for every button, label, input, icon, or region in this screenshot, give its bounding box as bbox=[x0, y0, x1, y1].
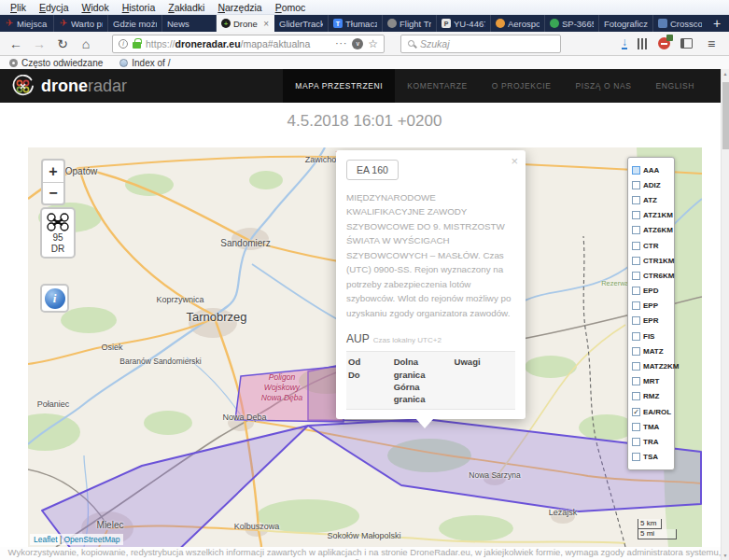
site-info-icon[interactable]: i bbox=[119, 39, 128, 49]
scroll-up-arrow[interactable]: ▲ bbox=[722, 71, 729, 77]
layer-checkbox[interactable] bbox=[632, 301, 640, 310]
layer-item[interactable]: MATZ bbox=[632, 343, 670, 358]
layer-item[interactable]: MRT bbox=[632, 374, 670, 389]
bookmark-frequently-visited[interactable]: Często odwiedzane bbox=[9, 58, 103, 68]
browser-scrollbar[interactable]: ▲ ▼ bbox=[721, 69, 729, 560]
layer-item[interactable]: CTR1KM bbox=[632, 253, 670, 268]
menubar-item[interactable]: Widok bbox=[75, 2, 115, 13]
layer-checkbox[interactable] bbox=[632, 423, 640, 431]
layer-item[interactable]: CTR6KM bbox=[632, 268, 670, 283]
downloads-icon[interactable]: ↓ bbox=[622, 37, 627, 49]
osm-link[interactable]: OpenStreetMap bbox=[63, 535, 119, 544]
tab-close-icon[interactable]: × bbox=[262, 19, 269, 29]
browser-tab[interactable]: PYU-4467 bbox=[437, 15, 491, 32]
scroll-thumb[interactable] bbox=[722, 82, 729, 149]
layer-checkbox[interactable] bbox=[632, 181, 640, 189]
forward-icon[interactable]: → bbox=[31, 37, 48, 50]
browser-tab[interactable]: ✈Miejsca d bbox=[0, 15, 54, 32]
layer-item[interactable]: ADIZ bbox=[632, 177, 670, 192]
layer-checkbox[interactable] bbox=[632, 226, 640, 234]
layer-checkbox[interactable] bbox=[632, 166, 640, 175]
layer-checkbox[interactable] bbox=[632, 392, 640, 400]
menubar-item[interactable]: Pomoc bbox=[269, 2, 313, 13]
map-info-control[interactable]: i bbox=[40, 284, 69, 313]
layer-checkbox[interactable] bbox=[632, 453, 640, 461]
browser-tab[interactable]: ✈Warto pr bbox=[54, 15, 108, 32]
layer-item[interactable]: TSA bbox=[632, 450, 670, 465]
layer-checkbox[interactable] bbox=[632, 377, 640, 385]
library-icon[interactable] bbox=[638, 38, 648, 49]
browser-tab[interactable]: +Drone× bbox=[217, 15, 274, 32]
layer-checkbox[interactable] bbox=[632, 242, 640, 250]
url-text[interactable]: https://droneradar.eu/mapa#aktualna bbox=[146, 38, 330, 49]
layer-item[interactable]: RMZ bbox=[632, 389, 670, 404]
layer-checkbox[interactable] bbox=[632, 316, 640, 325]
layer-checkbox[interactable] bbox=[632, 211, 640, 219]
layer-checkbox[interactable] bbox=[632, 347, 640, 356]
layer-item[interactable]: ATZ6KM bbox=[632, 223, 670, 238]
layer-checkbox[interactable]: ✓ bbox=[632, 408, 640, 416]
layer-checkbox[interactable] bbox=[632, 438, 640, 446]
scroll-down-arrow[interactable]: ▼ bbox=[722, 553, 729, 558]
site-nav-item[interactable]: ENGLISH bbox=[643, 69, 707, 103]
layer-checkbox[interactable] bbox=[632, 332, 640, 341]
back-icon[interactable]: ← bbox=[7, 37, 24, 50]
browser-tab[interactable]: GliderTracker bbox=[274, 15, 329, 32]
browser-tab[interactable]: SP-3665 bbox=[545, 15, 599, 32]
layer-item[interactable]: MATZ2KM bbox=[632, 358, 670, 373]
layer-checkbox[interactable] bbox=[632, 287, 640, 295]
zoom-out-button[interactable]: − bbox=[43, 182, 63, 203]
map[interactable]: OpatówZawichostSandomierzKoprzywnicaTarn… bbox=[28, 147, 702, 547]
layer-item[interactable]: CTR bbox=[632, 238, 670, 253]
menubar-item[interactable]: Zakładki bbox=[161, 2, 211, 13]
reload-icon[interactable]: ↻ bbox=[54, 37, 71, 50]
browser-tab[interactable]: Aerospo bbox=[491, 15, 545, 32]
layer-checkbox[interactable] bbox=[632, 196, 640, 204]
leaflet-link[interactable]: Leaflet bbox=[34, 535, 58, 544]
layer-item[interactable]: EPP bbox=[632, 299, 670, 314]
layer-item[interactable]: ATZ bbox=[632, 192, 670, 207]
browser-tab[interactable]: News bbox=[162, 15, 217, 32]
bookmark-star-icon[interactable]: ☆ bbox=[368, 37, 378, 50]
site-nav-item[interactable]: MAPA PRZESTRZENI bbox=[283, 69, 395, 103]
layer-item[interactable]: EPR bbox=[632, 314, 670, 329]
layer-checkbox[interactable] bbox=[632, 362, 640, 371]
site-nav-item[interactable]: KOMENTARZE bbox=[395, 69, 479, 103]
page-actions-icon[interactable]: ··· bbox=[335, 38, 347, 49]
layer-item[interactable]: FIS bbox=[632, 329, 670, 343]
new-tab-button[interactable]: + bbox=[705, 15, 729, 32]
layer-item[interactable]: TMA bbox=[632, 419, 670, 434]
drone-counter-control[interactable]: 95 DR bbox=[40, 207, 76, 259]
browser-tab[interactable]: TTłumacz bbox=[329, 15, 383, 32]
browser-tab[interactable]: Flight Tra bbox=[383, 15, 437, 32]
logo-text-light[interactable]: radar bbox=[88, 77, 127, 96]
site-nav-item[interactable]: O PROJEKCIE bbox=[480, 69, 564, 103]
logo-text-bold[interactable]: drone bbox=[41, 77, 88, 96]
pocket-icon[interactable]: ∨ bbox=[352, 38, 363, 49]
site-nav-item[interactable]: PISZĄ O NAS bbox=[563, 69, 643, 103]
search-bar[interactable]: Szukaj bbox=[400, 35, 561, 53]
zone-id-badge[interactable]: EA 160 bbox=[346, 160, 399, 180]
menubar-item[interactable]: Plik bbox=[4, 2, 33, 13]
layer-item[interactable]: ATZ1KM bbox=[632, 208, 670, 223]
menubar-item[interactable]: Edycja bbox=[33, 2, 76, 13]
menubar-item[interactable]: Narzędzia bbox=[211, 2, 268, 13]
layer-item[interactable]: ✓EA/ROL bbox=[632, 404, 670, 419]
layer-checkbox[interactable] bbox=[632, 272, 640, 280]
menubar-item[interactable]: Historia bbox=[116, 2, 162, 13]
home-icon[interactable]: ⌂ bbox=[77, 37, 94, 50]
browser-tab[interactable]: Gdzie można bbox=[108, 15, 162, 32]
sidebar-toggle-icon[interactable] bbox=[680, 38, 693, 49]
bookmark-index-of[interactable]: Index of / bbox=[119, 58, 170, 68]
browser-tab[interactable]: Crosscou bbox=[653, 15, 705, 32]
popup-close-icon[interactable]: × bbox=[511, 154, 518, 168]
url-bar[interactable]: i https://droneradar.eu/mapa#aktualna ··… bbox=[112, 35, 385, 53]
layer-item[interactable]: TRA bbox=[632, 434, 670, 449]
adblock-icon[interactable] bbox=[658, 37, 670, 49]
hamburger-menu-icon[interactable]: ≡ bbox=[703, 37, 720, 50]
layer-item[interactable]: AAA bbox=[632, 162, 670, 177]
zoom-in-button[interactable]: + bbox=[43, 161, 63, 182]
layer-item[interactable]: EPD bbox=[632, 284, 670, 299]
browser-tab[interactable]: Fotograficzny bbox=[599, 15, 653, 32]
layer-checkbox[interactable] bbox=[632, 257, 640, 265]
